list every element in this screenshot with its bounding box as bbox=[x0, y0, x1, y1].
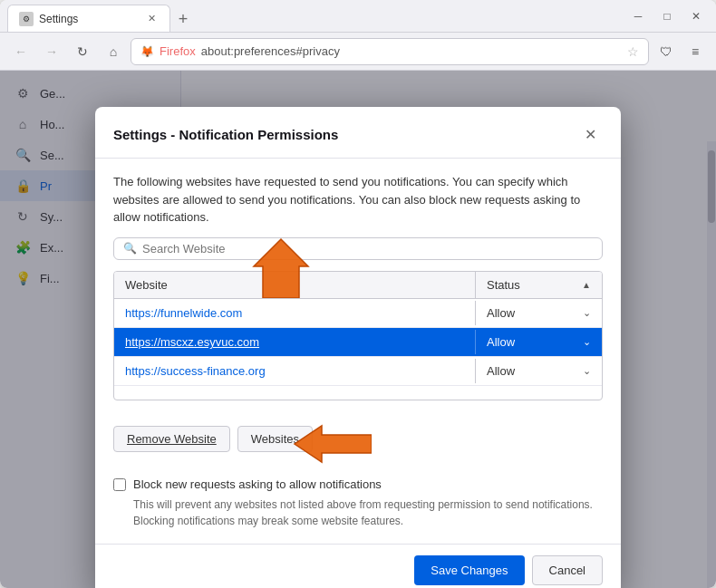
table-row[interactable]: https://funnelwide.com Allow ⌄ bbox=[114, 299, 602, 328]
browser-window: ⚙ Settings ✕ + ─ □ ✕ ← → ↻ ⌂ 🦊 Firefox a… bbox=[0, 0, 716, 588]
checkbox-label-text: Block new requests asking to allow notif… bbox=[133, 477, 382, 491]
status-cell: Allow ⌄ bbox=[475, 301, 602, 325]
cancel-button[interactable]: Cancel bbox=[532, 555, 603, 585]
table-empty-space bbox=[114, 386, 602, 400]
checkbox-label-row: Block new requests asking to allow notif… bbox=[113, 477, 603, 491]
modal-footer: Save Changes Cancel bbox=[95, 544, 621, 588]
shield-icon-button[interactable]: 🛡 bbox=[653, 38, 680, 65]
address-bar[interactable]: 🦊 Firefox about:preferences#privacy ☆ bbox=[131, 38, 649, 65]
dropdown-arrow-icon[interactable]: ⌄ bbox=[583, 307, 591, 319]
all-websites-button[interactable]: Websites bbox=[237, 426, 313, 452]
refresh-button[interactable]: ↻ bbox=[69, 38, 96, 65]
forward-button[interactable]: → bbox=[38, 38, 65, 65]
modal-header: Settings - Notification Permissions ✕ bbox=[95, 107, 621, 159]
website-url-cell[interactable]: https://mscxz.esyvuc.com bbox=[114, 328, 475, 356]
tab-area: ⚙ Settings ✕ + bbox=[7, 0, 620, 32]
permissions-table: Website Status ▲ https://funnelwide.com … bbox=[113, 271, 603, 400]
title-bar: ⚙ Settings ✕ + ─ □ ✕ bbox=[0, 0, 716, 33]
window-close-button[interactable]: ✕ bbox=[683, 4, 709, 29]
search-website-input[interactable] bbox=[142, 242, 593, 255]
checkbox-description: This will prevent any websites not liste… bbox=[113, 496, 603, 529]
table-header: Website Status ▲ bbox=[114, 272, 602, 299]
buttons-row: Remove Website Websites bbox=[113, 426, 603, 452]
status-label: Allow bbox=[487, 364, 515, 378]
modal-title: Settings - Notification Permissions bbox=[113, 127, 338, 142]
col-status-header: Status ▲ bbox=[475, 272, 602, 298]
back-button[interactable]: ← bbox=[7, 38, 34, 65]
search-icon: 🔍 bbox=[123, 242, 137, 255]
tab-favicon: ⚙ bbox=[19, 12, 34, 26]
window-controls: ─ □ ✕ bbox=[625, 4, 709, 29]
modal-description: The following websites have requested to… bbox=[113, 173, 603, 227]
address-brand: Firefox bbox=[160, 44, 196, 58]
minimize-button[interactable]: ─ bbox=[625, 4, 651, 29]
new-tab-button[interactable]: + bbox=[170, 6, 196, 32]
dropdown-arrow-icon[interactable]: ⌄ bbox=[583, 336, 591, 348]
home-button[interactable]: ⌂ bbox=[100, 38, 127, 65]
col-website-header: Website bbox=[114, 272, 475, 298]
checkbox-row: Block new requests asking to allow notif… bbox=[113, 477, 603, 529]
remove-website-button[interactable]: Remove Website bbox=[113, 426, 230, 452]
save-changes-button[interactable]: Save Changes bbox=[414, 555, 524, 585]
tab-close-button[interactable]: ✕ bbox=[144, 12, 159, 26]
block-requests-checkbox[interactable] bbox=[113, 478, 126, 491]
website-url-cell[interactable]: https://funnelwide.com bbox=[114, 299, 475, 327]
bookmark-star-icon[interactable]: ☆ bbox=[627, 44, 639, 59]
status-cell: Allow ⌄ bbox=[475, 359, 602, 383]
menu-button[interactable]: ≡ bbox=[682, 38, 709, 65]
notification-permissions-modal: Settings - Notification Permissions ✕ Th… bbox=[95, 107, 621, 588]
nav-right-icons: 🛡 ≡ bbox=[653, 38, 709, 65]
table-row[interactable]: https://mscxz.esyvuc.com Allow ⌄ bbox=[114, 328, 602, 357]
navigation-bar: ← → ↻ ⌂ 🦊 Firefox about:preferences#priv… bbox=[0, 33, 716, 71]
main-content: ⚙ Ge... ⌂ Ho... 🔍 Se... 🔒 Pr ↻ Sy... 🧩 bbox=[0, 71, 716, 588]
website-url-cell[interactable]: https://success-finance.org bbox=[114, 357, 475, 385]
search-website-box[interactable]: 🔍 bbox=[113, 237, 603, 261]
sort-arrow-icon[interactable]: ▲ bbox=[582, 280, 591, 290]
firefox-icon: 🦊 bbox=[140, 45, 154, 58]
status-cell: Allow ⌄ bbox=[475, 330, 602, 354]
status-label: Allow bbox=[487, 306, 515, 320]
active-tab[interactable]: ⚙ Settings ✕ bbox=[7, 5, 170, 32]
restore-button[interactable]: □ bbox=[654, 4, 680, 29]
modal-close-button[interactable]: ✕ bbox=[577, 121, 603, 147]
address-text: about:preferences#privacy bbox=[201, 44, 622, 58]
modal-backdrop: Settings - Notification Permissions ✕ Th… bbox=[0, 71, 716, 588]
dropdown-arrow-icon[interactable]: ⌄ bbox=[583, 365, 591, 377]
col-status-label: Status bbox=[487, 278, 520, 292]
tab-title: Settings bbox=[39, 13, 78, 25]
status-label: Allow bbox=[487, 335, 515, 349]
table-row[interactable]: https://success-finance.org Allow ⌄ bbox=[114, 357, 602, 386]
modal-body: The following websites have requested to… bbox=[95, 159, 621, 544]
